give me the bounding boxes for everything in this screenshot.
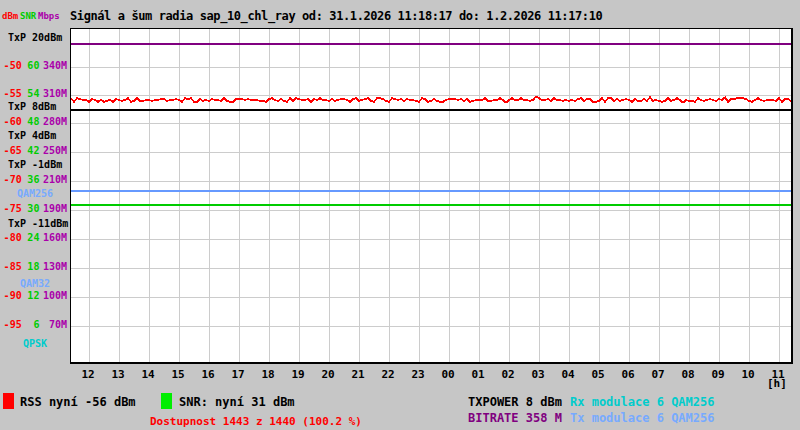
x-tick-label: 13 [107,368,129,381]
y-tick-dbm: -70 [0,174,22,186]
y-tick-dbm: -80 [0,232,22,244]
page-title: Signál a šum radia sap_10_chl_ray od: 31… [70,9,602,23]
x-tick-label: 12 [77,368,99,381]
x-tick-label: 02 [497,368,519,381]
y-axis-modulation-mark: QAM256 [0,188,70,200]
y-axis-scale-row: -8518130M [0,261,70,273]
y-tick-dbm: -90 [0,290,22,302]
y-tick-mbps: 160M [39,232,67,244]
x-tick-label: 08 [677,368,699,381]
y-axis-scale-row: -7036210M [0,174,70,186]
tx-modulation-label: Tx modulace 6 QAM256 [570,411,715,426]
x-tick-label: 19 [287,368,309,381]
y-axis-scale-row: -7530190M [0,203,70,215]
bitrate-label: BITRATE 358 M [468,411,562,426]
mrtg-signal-graph-page: dBm SNR Mbps Signál a šum radia sap_10_c… [0,0,800,430]
y-tick-snr: 30 [22,203,40,215]
y-tick-mbps: 130M [39,261,67,273]
x-tick-label: 10 [737,368,759,381]
x-axis-unit-hours: [h] [767,377,787,390]
y-tick-snr: 54 [22,88,40,100]
y-tick-snr: 24 [22,232,40,244]
x-tick-label: 14 [137,368,159,381]
x-tick-label: 03 [527,368,549,381]
x-tick-label: 15 [167,368,189,381]
x-tick-label: 20 [317,368,339,381]
y-axis-txp-mark: TxP -1dBm [0,159,78,171]
y-tick-mbps: 190M [39,203,67,215]
y-tick-dbm: -85 [0,261,22,273]
snr-legend-label: SNR: nyní 31 dBm [179,395,295,410]
y-axis-labels: TxP 20dBm-5060340M-5554310MTxP 8dBm-6048… [0,0,70,390]
x-tick-label: 17 [227,368,249,381]
availability-label: Dostupnost 1443 z 1440 (100.2 %) [150,414,362,429]
y-axis-scale-row: -9012100M [0,290,70,302]
y-axis-modulation-mark: QPSK [0,338,70,350]
x-tick-label: 23 [407,368,429,381]
y-tick-dbm: -95 [0,319,22,331]
y-axis-scale-row: -5060340M [0,60,70,72]
y-tick-dbm: -65 [0,145,22,157]
y-axis-scale-row: -95670M [0,319,70,331]
y-tick-mbps: 250M [39,145,67,157]
rx-modulation-label: Rx modulace 6 QAM256 [570,395,715,410]
y-axis-scale-row: -8024160M [0,232,70,244]
y-tick-dbm: -75 [0,203,22,215]
y-tick-dbm: -50 [0,60,22,72]
x-tick-label: 05 [587,368,609,381]
y-axis-scale-row: -6048280M [0,116,70,128]
y-tick-mbps: 280M [39,116,67,128]
y-tick-snr: 36 [22,174,40,186]
y-axis-txp-mark: TxP -11dBm [0,218,78,230]
y-tick-dbm: -60 [0,116,22,128]
y-tick-snr: 12 [22,290,40,302]
rss-legend-swatch [3,393,14,409]
y-axis-txp-mark: TxP 4dBm [0,130,78,142]
y-axis-modulation-mark: QAM32 [0,278,70,290]
x-tick-label: 09 [707,368,729,381]
y-tick-snr: 48 [22,116,40,128]
snr-legend-swatch [161,393,172,409]
x-tick-label: 16 [197,368,219,381]
y-axis-scale-row: -6542250M [0,145,70,157]
x-tick-label: 00 [437,368,459,381]
y-tick-mbps: 100M [39,290,67,302]
x-tick-label: 22 [377,368,399,381]
y-tick-snr: 6 [22,319,40,331]
y-tick-snr: 60 [22,60,40,72]
y-axis-txp-mark: TxP 8dBm [0,101,78,113]
y-tick-mbps: 310M [39,88,67,100]
y-axis-txp-mark: TxP 20dBm [0,32,78,44]
y-tick-snr: 18 [22,261,40,273]
chart-canvas [71,29,791,362]
signal-noise-plot [70,28,793,364]
y-tick-snr: 42 [22,145,40,157]
y-tick-mbps: 70M [39,319,67,331]
x-tick-label: 01 [467,368,489,381]
txpower-label: TXPOWER 8 dBm [468,395,562,410]
x-tick-label: 06 [617,368,639,381]
x-tick-label: 04 [557,368,579,381]
x-tick-label: 18 [257,368,279,381]
x-tick-label: 21 [347,368,369,381]
y-tick-mbps: 340M [39,60,67,72]
x-tick-label: 07 [647,368,669,381]
y-tick-dbm: -55 [0,88,22,100]
y-tick-mbps: 210M [39,174,67,186]
y-axis-scale-row: -5554310M [0,88,70,100]
rss-legend-label: RSS nyní -56 dBm [20,395,136,410]
